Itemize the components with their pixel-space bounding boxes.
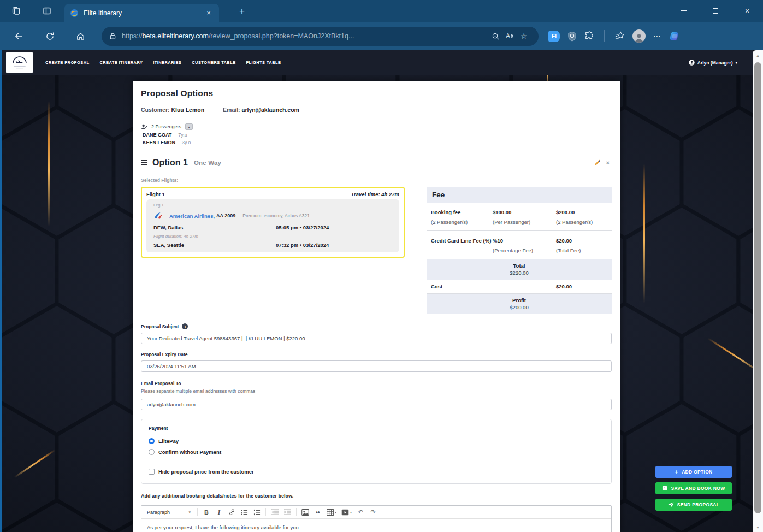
copilot-icon[interactable] bbox=[669, 30, 681, 42]
drag-handle-icon[interactable] bbox=[141, 160, 147, 165]
link-button[interactable] bbox=[228, 507, 235, 517]
settings-menu-icon[interactable]: ⋯ bbox=[653, 32, 661, 40]
scrollbar-down-button[interactable]: ▼ bbox=[753, 522, 763, 532]
fee-panel: Fee Booking fee(2 Passenger/s) $100.00(P… bbox=[427, 187, 612, 314]
scrollbar-thumb[interactable] bbox=[754, 62, 761, 513]
passenger-age: - 3y.o bbox=[179, 140, 191, 145]
bold-button[interactable]: B bbox=[203, 507, 210, 517]
hide-price-row[interactable]: Hide proposal price from the customer bbox=[149, 469, 604, 475]
passenger-row: DANE GOAT - 7y.o bbox=[143, 132, 612, 138]
nav-item-create-proposal[interactable]: CREATE PROPOSAL bbox=[44, 58, 90, 67]
passenger-age: - 7y.o bbox=[175, 132, 187, 138]
redo-button[interactable]: ↷ bbox=[369, 507, 377, 517]
extensions-row: FI ⋯ bbox=[548, 29, 681, 43]
refresh-icon[interactable] bbox=[42, 28, 58, 44]
send-proposal-button[interactable]: SEND PROPOSAL bbox=[655, 499, 732, 511]
add-option-button[interactable]: + ADD OPTION bbox=[655, 466, 732, 478]
brand-logo[interactable] bbox=[6, 52, 33, 73]
notes-editor[interactable]: Paragraph ▾ B I bbox=[141, 505, 612, 532]
collections-icon[interactable] bbox=[614, 31, 625, 41]
maximize-icon[interactable] bbox=[700, 0, 731, 22]
nav-item-flights-table[interactable]: FLIGHTS TABLE bbox=[245, 58, 282, 67]
url-text[interactable]: https://beta.eliteitinerary.com/review_p… bbox=[122, 32, 488, 40]
close-window-icon[interactable]: × bbox=[731, 0, 763, 22]
airline-name-link[interactable]: American Airlines, bbox=[169, 213, 215, 219]
flight-duration: Flight duration: 4h 27m bbox=[153, 234, 394, 239]
email-to-input[interactable] bbox=[141, 399, 612, 410]
lock-icon[interactable] bbox=[109, 32, 116, 40]
option-header: Option 1 One Way × bbox=[141, 158, 612, 168]
insert-media-button[interactable]: ▾ bbox=[341, 507, 352, 517]
fee-per: %10 bbox=[493, 238, 503, 244]
insert-image-button[interactable] bbox=[301, 507, 309, 517]
shield-extension-icon[interactable] bbox=[567, 31, 577, 42]
customer-label: Customer: bbox=[141, 107, 170, 113]
workspaces-icon[interactable] bbox=[10, 4, 23, 17]
page-scrollbar[interactable]: ▲ ▼ bbox=[753, 50, 763, 532]
remove-option-icon[interactable]: × bbox=[606, 159, 610, 166]
read-aloud-icon[interactable]: A bbox=[502, 29, 517, 43]
checkbox-hide-price[interactable] bbox=[149, 469, 155, 475]
extensions-puzzle-icon[interactable] bbox=[584, 31, 594, 41]
total-value: $220.00 bbox=[427, 270, 612, 276]
flight-number: AA 2009 bbox=[216, 213, 235, 218]
numbered-list-button[interactable] bbox=[253, 507, 261, 517]
radio-elitepay[interactable] bbox=[149, 438, 155, 444]
tab-actions-icon[interactable] bbox=[40, 4, 54, 17]
selected-flight-card[interactable]: Flight 1 Travel time: 4h 27m Leg 1 Ameri… bbox=[141, 187, 405, 258]
bulleted-list-button[interactable] bbox=[240, 507, 248, 517]
new-tab-icon[interactable]: + bbox=[236, 5, 248, 17]
user-menu[interactable]: Arlyn (Manager) ▾ bbox=[689, 60, 737, 66]
chevron-down-icon: ▾ bbox=[735, 61, 737, 65]
info-icon[interactable]: i bbox=[182, 323, 188, 329]
close-tab-icon[interactable]: × bbox=[204, 8, 214, 18]
profile-avatar[interactable] bbox=[632, 29, 646, 43]
browser-toolbar: https://beta.eliteitinerary.com/review_p… bbox=[0, 22, 763, 50]
fee-per: $100.00 bbox=[493, 209, 511, 215]
nav-item-itineraries[interactable]: ITINERARIES bbox=[152, 58, 182, 67]
blockquote-button[interactable]: “ bbox=[314, 507, 322, 517]
radio-confirm-without-payment[interactable] bbox=[149, 449, 155, 455]
passengers-dropdown-button[interactable]: ▾ bbox=[185, 123, 193, 130]
paragraph-format-dropdown[interactable]: Paragraph ▾ bbox=[145, 510, 192, 515]
flight-leg-panel: Leg 1 American Airlines, AA 2009 Premium… bbox=[146, 199, 399, 252]
divider bbox=[265, 508, 266, 516]
home-icon[interactable] bbox=[72, 28, 88, 44]
undo-button[interactable]: ↶ bbox=[357, 507, 364, 517]
payment-option-elitepay[interactable]: ElitePay bbox=[149, 438, 604, 444]
window-controls: × bbox=[668, 0, 763, 22]
save-and-book-button[interactable]: SAVE AND BOOK NOW bbox=[655, 482, 732, 494]
address-bar[interactable]: https://beta.eliteitinerary.com/review_p… bbox=[102, 27, 539, 46]
outdent-button[interactable] bbox=[271, 507, 279, 517]
fee-name: Credit Card Line Fee (%) bbox=[431, 238, 491, 244]
fee-per-sub: (Percentage Fee) bbox=[493, 247, 533, 253]
divider bbox=[141, 119, 612, 119]
minimize-icon[interactable] bbox=[668, 0, 700, 22]
payment-option-confirm[interactable]: Confirm without Payment bbox=[149, 449, 604, 455]
depart-time: 05:05 pm • 03/27/2024 bbox=[276, 224, 329, 230]
insert-table-button[interactable]: ▾ bbox=[327, 507, 336, 517]
gold-accent-line bbox=[48, 101, 50, 227]
user-icon bbox=[689, 60, 695, 66]
zoom-icon[interactable] bbox=[488, 29, 502, 43]
favorite-star-icon[interactable]: ☆ bbox=[517, 29, 531, 43]
edit-option-icon[interactable] bbox=[594, 159, 601, 166]
arrive-time: 07:32 pm • 03/27/2024 bbox=[276, 242, 329, 248]
subject-input[interactable] bbox=[141, 333, 612, 344]
editor-content[interactable]: As per your request, I have the followin… bbox=[141, 519, 611, 532]
indent-button[interactable] bbox=[283, 507, 291, 517]
back-icon[interactable] bbox=[11, 28, 27, 44]
profit-label: Profit bbox=[427, 297, 612, 303]
italic-button[interactable]: I bbox=[215, 507, 223, 517]
browser-window: Elite Itinerary × + × https://beta.elite… bbox=[0, 0, 763, 532]
total-label: Total bbox=[427, 263, 612, 269]
nav-item-create-itinerary[interactable]: CREATE ITINERARY bbox=[98, 58, 144, 67]
user-name: Arlyn (Manager) bbox=[697, 60, 733, 66]
browser-tab[interactable]: Elite Itinerary × bbox=[64, 4, 219, 22]
expiry-date-input[interactable] bbox=[141, 360, 612, 372]
scrollbar-up-button[interactable]: ▲ bbox=[753, 50, 763, 60]
extension-fi-icon[interactable]: FI bbox=[548, 31, 560, 42]
url-path: /review_proposal.php?token=MAOnJ2XtBkt1q… bbox=[209, 32, 354, 40]
nav-item-customers-table[interactable]: CUSTOMERS TABLE bbox=[191, 58, 236, 67]
selected-flights-label: Selected Flights: bbox=[141, 178, 612, 183]
